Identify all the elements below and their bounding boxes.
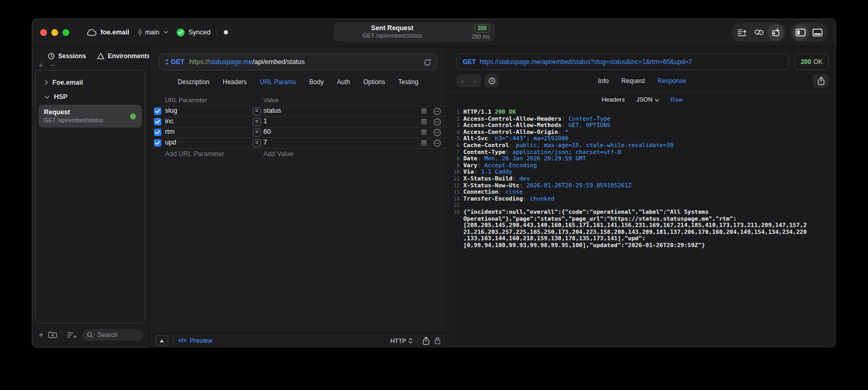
sync-loop-icon[interactable] bbox=[751, 24, 767, 41]
preview-button[interactable]: </> Preview bbox=[178, 337, 213, 344]
search-input[interactable] bbox=[96, 331, 139, 339]
remove-row-icon[interactable] bbox=[433, 107, 441, 115]
tab-auth[interactable]: Auth bbox=[337, 78, 350, 86]
param-name-field[interactable]: rtm bbox=[165, 128, 175, 135]
environments-icon bbox=[97, 52, 105, 60]
add-parameter-placeholder[interactable]: Add URL Parameter bbox=[165, 150, 224, 158]
response-line: 14Transfer-Encoding: chunked bbox=[450, 196, 836, 203]
tab-url-params[interactable]: URL Params bbox=[260, 78, 296, 86]
reorder-icon[interactable] bbox=[421, 108, 427, 114]
response-method: GET bbox=[463, 58, 476, 66]
response-raw-view[interactable]: 1HTTP/1.1 200 OK2Access-Control-Allow-He… bbox=[448, 106, 836, 348]
param-enabled-checkbox[interactable] bbox=[154, 118, 161, 125]
param-enabled-checkbox[interactable] bbox=[154, 139, 161, 147]
toggle-sidebar-icon[interactable] bbox=[792, 24, 809, 41]
response-line: 16{"incidents":null,"overall":{"code":"o… bbox=[450, 209, 836, 249]
tree-item-label: HSP bbox=[54, 93, 68, 101]
response-tab-info[interactable]: Info bbox=[598, 77, 609, 85]
param-value-field[interactable]: 60 bbox=[263, 128, 271, 135]
request-queue-icon[interactable] bbox=[734, 24, 750, 41]
param-row: inc=1 bbox=[149, 116, 447, 127]
equals-type-icon[interactable]: = bbox=[253, 107, 261, 115]
back-icon[interactable]: ‹ bbox=[461, 77, 464, 85]
share-icon[interactable] bbox=[423, 337, 430, 345]
param-name-field[interactable]: upd bbox=[165, 139, 176, 146]
reorder-icon[interactable] bbox=[421, 119, 427, 124]
add-value-placeholder[interactable]: Add Value bbox=[263, 150, 294, 158]
toggle-bottom-panel-icon[interactable] bbox=[809, 24, 826, 41]
remove-session-button[interactable]: − bbox=[50, 61, 55, 69]
branch-icon bbox=[138, 28, 142, 37]
branch-selector[interactable]: main bbox=[138, 28, 168, 37]
filter-list-icon[interactable] bbox=[67, 332, 77, 338]
response-request-url[interactable]: GET https://statuspage.me/api/embed/stat… bbox=[456, 53, 789, 70]
minimize-traffic-light[interactable] bbox=[51, 29, 58, 36]
response-subtab-headers[interactable]: Headers bbox=[601, 96, 624, 103]
response-subtab-raw[interactable]: Raw bbox=[671, 96, 683, 103]
equals-type-icon[interactable]: = bbox=[253, 129, 261, 137]
reorder-icon[interactable] bbox=[421, 140, 427, 146]
param-name-field[interactable]: slug bbox=[165, 107, 177, 114]
import-response-icon[interactable] bbox=[768, 24, 784, 41]
tab-description[interactable]: Description bbox=[178, 78, 209, 86]
param-value-field[interactable]: 7 bbox=[263, 139, 267, 146]
forward-icon[interactable]: › bbox=[473, 77, 476, 85]
request-method[interactable]: GET bbox=[171, 58, 185, 66]
response-tab-request[interactable]: Request bbox=[622, 77, 645, 85]
response-subtab-json[interactable]: JSON bbox=[636, 96, 659, 103]
url-scheme[interactable]: https:// bbox=[189, 58, 209, 66]
add-param-row[interactable]: Add URL Parameter Add Value bbox=[149, 148, 447, 160]
response-body-json: {"incidents":null,"overall":{"code":"ope… bbox=[463, 209, 810, 249]
tree-item-hsp[interactable]: HSP bbox=[35, 90, 145, 104]
method-stepper-icon[interactable] bbox=[165, 59, 169, 65]
expand-console-icon[interactable] bbox=[156, 335, 168, 346]
param-enabled-checkbox[interactable] bbox=[154, 107, 161, 115]
protocol-selector[interactable]: HTTP bbox=[390, 338, 413, 344]
request-url-bar[interactable]: GET https:// statuspage.me /api/embed/st… bbox=[159, 53, 437, 70]
close-traffic-light[interactable] bbox=[40, 29, 47, 36]
sidebar-search[interactable] bbox=[82, 329, 143, 341]
param-value-field[interactable]: status bbox=[263, 107, 281, 114]
response-panel: GET https://statuspage.me/api/embed/stat… bbox=[447, 47, 836, 348]
response-tab-response[interactable]: Response bbox=[657, 77, 686, 85]
lock-icon[interactable] bbox=[434, 337, 441, 344]
equals-type-icon[interactable]: = bbox=[253, 118, 261, 126]
sent-request-summary[interactable]: Sent Request GET /api/embed/status 200 2… bbox=[334, 22, 495, 42]
request-status-dot bbox=[130, 113, 136, 119]
tab-headers[interactable]: Headers bbox=[223, 78, 246, 86]
export-icon[interactable] bbox=[813, 74, 829, 88]
tree-item-foe-email[interactable]: Foe.email bbox=[35, 76, 145, 90]
param-name-field[interactable]: inc bbox=[165, 117, 173, 125]
request-list-item-selected[interactable]: Request GET /api/embed/status bbox=[39, 105, 142, 128]
tab-testing[interactable]: Testing bbox=[398, 78, 418, 86]
remove-row-icon[interactable] bbox=[433, 139, 441, 147]
reorder-icon[interactable] bbox=[421, 130, 427, 135]
url-path[interactable]: /api/embed/status bbox=[252, 58, 305, 66]
remove-row-icon[interactable] bbox=[433, 118, 441, 126]
history-clock-icon[interactable] bbox=[485, 74, 499, 87]
zoom-traffic-light[interactable] bbox=[62, 29, 69, 36]
sync-status[interactable]: Synced bbox=[177, 29, 211, 37]
line-number: 4 bbox=[450, 129, 460, 136]
url-host[interactable]: statuspage.me bbox=[209, 58, 252, 66]
tree-item-label: Foe.email bbox=[52, 79, 83, 86]
project-switcher[interactable]: foe.email bbox=[86, 29, 129, 36]
add-request-button[interactable]: + bbox=[39, 331, 43, 339]
tab-options[interactable]: Options bbox=[363, 78, 385, 86]
request-actions-group bbox=[732, 23, 786, 42]
tab-environments[interactable]: Environments bbox=[97, 52, 150, 60]
equals-type-icon[interactable]: = bbox=[253, 139, 261, 147]
param-enabled-checkbox[interactable] bbox=[154, 129, 161, 136]
tab-body[interactable]: Body bbox=[309, 78, 324, 86]
remove-row-icon[interactable] bbox=[433, 129, 441, 137]
chevron-right-icon bbox=[44, 80, 48, 85]
new-folder-icon[interactable] bbox=[48, 331, 57, 339]
add-session-button[interactable]: + bbox=[39, 61, 43, 69]
column-header-parameter: URL Parameter bbox=[165, 97, 207, 103]
layout-toggles-group bbox=[790, 23, 828, 42]
refresh-icon[interactable] bbox=[424, 58, 431, 66]
sent-request-subtitle: GET /api/embed/status bbox=[334, 32, 451, 39]
param-value-field[interactable]: 1 bbox=[263, 117, 267, 125]
tab-sessions[interactable]: Sessions bbox=[48, 52, 86, 60]
unsaved-indicator-dot bbox=[224, 30, 228, 34]
